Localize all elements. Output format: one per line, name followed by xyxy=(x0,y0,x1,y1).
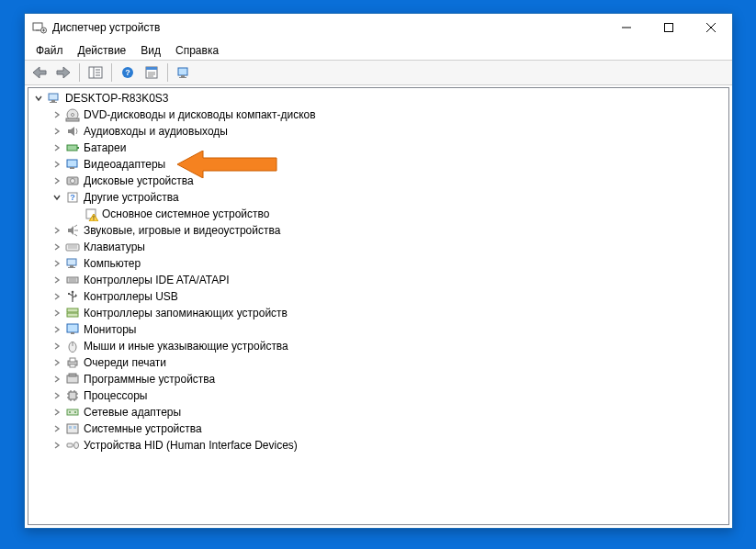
tree-item-label: Системные устройства xyxy=(84,420,202,437)
forward-button[interactable] xyxy=(52,62,74,83)
scan-hardware-button[interactable] xyxy=(173,62,195,83)
tree-item-label: Клавиатуры xyxy=(84,239,145,255)
expand-icon[interactable] xyxy=(51,158,63,171)
tree-category[interactable]: Звуковые, игровые и видеоустройства xyxy=(28,222,728,239)
expand-icon[interactable] xyxy=(51,191,63,204)
expand-icon[interactable] xyxy=(51,422,63,435)
svg-rect-24 xyxy=(181,75,185,77)
tree-category[interactable]: Аудиовходы и аудиовыходы xyxy=(28,123,728,140)
svg-marker-32 xyxy=(68,127,74,136)
svg-rect-83 xyxy=(67,424,78,433)
expand-icon[interactable] xyxy=(51,356,63,369)
menu-action[interactable]: Действие xyxy=(71,42,134,59)
category-icon xyxy=(65,438,80,453)
device-tree-panel[interactable]: DESKTOP-R83K0S3 DVD-дисководы и дисковод… xyxy=(28,87,729,525)
svg-rect-28 xyxy=(50,102,57,103)
tree-item-label: Видеоадаптеры xyxy=(84,156,165,173)
tree-category[interactable]: ? Другие устройства xyxy=(28,189,728,206)
tree-category[interactable]: Мониторы xyxy=(28,321,728,338)
show-hide-tree-button[interactable] xyxy=(85,62,107,83)
category-icon xyxy=(65,140,80,155)
svg-rect-80 xyxy=(67,409,78,415)
properties-button[interactable] xyxy=(141,62,163,83)
svg-rect-58 xyxy=(68,293,70,295)
svg-marker-10 xyxy=(57,67,70,78)
expand-icon[interactable] xyxy=(51,290,63,303)
expand-icon[interactable] xyxy=(51,108,63,121)
tree-item-label: Дисковые устройства xyxy=(84,173,194,189)
expand-icon[interactable] xyxy=(51,340,63,353)
tree-root-label: DESKTOP-R83K0S3 xyxy=(65,90,169,106)
svg-rect-26 xyxy=(49,94,58,100)
tree-item-label: Другие устройства xyxy=(84,189,179,206)
tree-item-label: Устройства HID (Human Interface Devices) xyxy=(84,437,298,454)
tree-item-label: Контроллеры IDE ATA/ATAPI xyxy=(84,272,230,288)
category-icon xyxy=(65,174,80,188)
svg-rect-60 xyxy=(67,308,78,312)
tree-category[interactable]: Контроллеры запоминающих устройств xyxy=(28,305,728,321)
svg-rect-86 xyxy=(67,443,73,447)
expand-icon[interactable] xyxy=(51,174,63,187)
tree-category[interactable]: Дисковые устройства xyxy=(28,173,728,189)
expand-icon[interactable] xyxy=(51,224,63,237)
tree-category[interactable]: Очереди печати xyxy=(28,354,728,371)
svg-rect-62 xyxy=(67,324,78,332)
menu-file[interactable]: Файл xyxy=(28,42,71,59)
svg-point-81 xyxy=(69,411,71,413)
tree-item-label: Сетевые адаптеры xyxy=(84,404,181,420)
tree-category[interactable]: Программные устройства xyxy=(28,371,728,387)
expand-icon[interactable] xyxy=(51,373,63,386)
svg-point-30 xyxy=(72,114,74,117)
tree-category[interactable]: DVD-дисководы и дисководы компакт-дисков xyxy=(28,106,728,123)
maximize-button[interactable] xyxy=(648,14,690,41)
close-button[interactable] xyxy=(690,14,732,41)
toolbar-separator xyxy=(111,63,112,82)
expand-icon[interactable] xyxy=(51,406,63,419)
tree-category[interactable]: Устройства HID (Human Interface Devices) xyxy=(28,437,728,454)
tree-category[interactable]: Мыши и иные указывающие устройства xyxy=(28,338,728,354)
tree-category[interactable]: Системные устройства xyxy=(28,420,728,437)
expand-icon[interactable] xyxy=(51,307,63,319)
expand-icon[interactable] xyxy=(51,389,63,402)
svg-rect-67 xyxy=(70,358,75,362)
device-warning-icon: ! xyxy=(84,207,98,221)
tree-category[interactable]: Контроллеры USB xyxy=(28,288,728,305)
menu-help[interactable]: Справка xyxy=(168,42,226,59)
menu-view[interactable]: Вид xyxy=(133,42,168,59)
expand-icon[interactable] xyxy=(32,92,45,105)
expand-icon[interactable] xyxy=(51,257,63,270)
expand-icon[interactable] xyxy=(51,323,63,336)
tree-category[interactable]: Клавиатуры xyxy=(28,239,728,255)
svg-rect-48 xyxy=(67,259,76,265)
category-icon xyxy=(65,421,80,436)
expand-icon[interactable] xyxy=(51,274,63,286)
tree-item-label: Очереди печати xyxy=(84,354,166,371)
minimize-button[interactable] xyxy=(605,14,648,41)
tree-category[interactable]: Сетевые адаптеры xyxy=(28,404,728,420)
tree-category[interactable]: Контроллеры IDE ATA/ATAPI xyxy=(28,272,728,288)
expand-icon[interactable] xyxy=(51,241,63,253)
tree-category[interactable]: Видеоадаптеры xyxy=(28,156,728,173)
tree-category[interactable]: Батареи xyxy=(28,140,728,156)
svg-rect-25 xyxy=(179,77,186,78)
expand-icon[interactable] xyxy=(51,439,63,452)
svg-point-87 xyxy=(74,443,79,449)
expand-icon[interactable] xyxy=(51,141,63,154)
tree-category[interactable]: Процессоры xyxy=(28,387,728,404)
category-icon xyxy=(65,223,80,238)
category-icon xyxy=(65,405,80,420)
toolbar-separator xyxy=(79,63,80,82)
tree-root[interactable]: DESKTOP-R83K0S3 xyxy=(28,90,728,106)
category-icon xyxy=(65,322,80,337)
back-button[interactable] xyxy=(28,62,51,83)
tree-category[interactable]: Компьютер xyxy=(28,255,728,272)
category-icon xyxy=(65,273,80,287)
category-icon xyxy=(65,339,80,353)
expand-icon[interactable] xyxy=(51,125,63,138)
help-button[interactable]: ? xyxy=(117,62,139,83)
tree-item-label: Мониторы xyxy=(84,321,136,338)
tree-item-label: Звуковые, игровые и видеоустройства xyxy=(84,222,280,239)
tree-device[interactable]: ! Основное системное устройство xyxy=(28,206,728,222)
toolbar: ? xyxy=(25,60,732,85)
svg-rect-50 xyxy=(68,267,75,268)
